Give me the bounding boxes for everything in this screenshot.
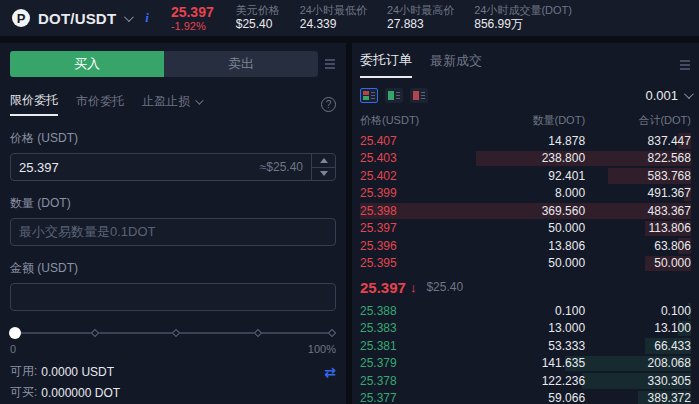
- amount-input[interactable]: [10, 283, 336, 311]
- price-input[interactable]: 25.397 ≈$25.40: [10, 153, 336, 181]
- price-change-percent: -1.92%: [171, 20, 214, 33]
- buy-tab[interactable]: 买入: [10, 51, 164, 77]
- cell-amt: 14.878: [459, 134, 585, 148]
- slider-tick-50[interactable]: [172, 329, 180, 337]
- tab-limit-order[interactable]: 限价委托: [10, 92, 58, 116]
- info-icon[interactable]: i: [145, 10, 149, 26]
- cell-price: 25.397: [360, 221, 459, 235]
- available-balance-row: 可用: 0.0000 USDT ⇄: [10, 363, 336, 380]
- slider-tick-100[interactable]: [328, 329, 336, 337]
- cell-amt: 13.806: [459, 239, 585, 253]
- cell-amt: 59.066: [459, 391, 585, 404]
- cell-amt: 92.401: [459, 169, 585, 183]
- cell-tot: 583.768: [585, 169, 691, 183]
- tab-stop-order[interactable]: 止盈止损: [142, 93, 201, 115]
- ask-row[interactable]: 25.40292.401583.768: [360, 167, 691, 185]
- transfer-swap-icon[interactable]: ⇄: [324, 364, 336, 380]
- ticker-stats: 美元价格 $25.40 24小时最低价 24.339 24小时最高价 27.88…: [236, 3, 572, 33]
- asks-list: 25.40714.878837.44725.403238.800822.5682…: [360, 132, 691, 272]
- quantity-placeholder: 最小交易数量是0.1DOT: [11, 219, 335, 245]
- stat-value: 856.99万: [474, 17, 572, 33]
- stepper-down-button[interactable]: [312, 168, 335, 181]
- amount-field-label: 金额 (USDT): [10, 260, 336, 277]
- current-price-row: 25.397 ↓ $25.40: [360, 272, 691, 302]
- tab-order-book[interactable]: 委托订单: [360, 51, 412, 78]
- slider-max-label: 100%: [308, 343, 336, 355]
- view-mode-bids-icon[interactable]: [385, 88, 403, 103]
- current-price: 25.397: [360, 279, 406, 296]
- cell-tot: 66.433: [585, 339, 691, 353]
- bid-row[interactable]: 25.378122.236330.305: [360, 372, 691, 390]
- column-amount: 数量(DOT): [459, 113, 585, 128]
- amount-input-value[interactable]: [11, 284, 335, 310]
- bid-row[interactable]: 25.3880.1000.100: [360, 302, 691, 320]
- current-price-usd: $25.40: [426, 280, 463, 294]
- slider-handle[interactable]: [9, 327, 21, 339]
- cell-price: 25.396: [360, 239, 459, 253]
- order-book-controls: 0.001: [360, 88, 691, 103]
- trading-pair-title[interactable]: DOT/USDT: [38, 10, 116, 27]
- help-icon[interactable]: ?: [321, 97, 336, 112]
- panel-drag-handle-icon[interactable]: [679, 60, 691, 70]
- cell-tot: 389.372: [585, 391, 691, 404]
- cell-amt: 53.333: [459, 339, 585, 353]
- ask-row[interactable]: 25.39550.00050.000: [360, 255, 691, 273]
- last-price: 25.397: [171, 4, 214, 20]
- price-usd-approx: ≈$25.40: [260, 154, 311, 180]
- chevron-down-icon[interactable]: [124, 12, 134, 22]
- stat-24h-volume: 24小时成交量(DOT) 856.99万: [474, 3, 572, 33]
- cell-price: 25.395: [360, 256, 459, 270]
- view-mode-both-icon[interactable]: [360, 88, 378, 103]
- cell-tot: 822.568: [585, 151, 691, 165]
- bid-row[interactable]: 25.38313.00013.100: [360, 320, 691, 338]
- stat-value: $25.40: [236, 17, 280, 33]
- price-field-label: 价格 (USDT): [10, 130, 336, 147]
- ask-row[interactable]: 25.39750.000113.806: [360, 220, 691, 238]
- buyable-label: 可买:: [10, 384, 37, 401]
- ask-row[interactable]: 25.403238.800822.568: [360, 150, 691, 168]
- column-total: 合计(DOT): [585, 113, 691, 128]
- chevron-down-icon: [195, 96, 203, 104]
- ask-row[interactable]: 25.40714.878837.447: [360, 132, 691, 150]
- buyable-balance-row: 可买: 0.000000 DOT: [10, 384, 336, 401]
- slider-tick-25[interactable]: [90, 329, 98, 337]
- slider-tick-75[interactable]: [253, 329, 261, 337]
- stat-label: 24小时成交量(DOT): [474, 3, 572, 17]
- price-input-value[interactable]: 25.397: [11, 154, 260, 180]
- order-book-panel: 委托订单 最新成交 0.001 价格(USDT) 数: [352, 43, 699, 404]
- ask-row[interactable]: 25.398369.560483.367: [360, 202, 691, 220]
- tab-market-order[interactable]: 市价委托: [76, 93, 124, 115]
- polkadot-logo-icon: P: [12, 9, 30, 27]
- cell-price: 25.381: [360, 339, 459, 353]
- bid-row[interactable]: 25.38153.33366.433: [360, 337, 691, 355]
- precision-value: 0.001: [645, 88, 678, 103]
- cell-price: 25.402: [360, 169, 459, 183]
- precision-selector[interactable]: 0.001: [645, 88, 691, 103]
- cell-tot: 483.367: [585, 204, 691, 218]
- triangle-up-icon: [320, 158, 328, 163]
- price-stepper: [311, 154, 335, 180]
- view-mode-asks-icon[interactable]: [410, 88, 428, 103]
- sell-tab[interactable]: 卖出: [164, 51, 318, 77]
- panel-drag-handle-icon[interactable]: [324, 59, 336, 69]
- ask-row[interactable]: 25.39613.80663.806: [360, 237, 691, 255]
- amount-percent-slider[interactable]: [10, 327, 336, 339]
- cell-price: 25.379: [360, 356, 459, 370]
- bid-row[interactable]: 25.37759.066389.372: [360, 390, 691, 404]
- cell-tot: 113.806: [585, 221, 691, 235]
- cell-tot: 63.806: [585, 239, 691, 253]
- quantity-input[interactable]: 最小交易数量是0.1DOT: [10, 218, 336, 246]
- order-type-tabs: 限价委托 市价委托 止盈止损 ?: [10, 92, 336, 116]
- triangle-down-icon: [320, 171, 328, 176]
- slider-labels: 0 100%: [10, 343, 336, 355]
- cell-tot: 491.367: [585, 186, 691, 200]
- cell-amt: 369.560: [459, 204, 585, 218]
- tab-latest-trades[interactable]: 最新成交: [430, 52, 482, 77]
- cell-amt: 50.000: [459, 256, 585, 270]
- cell-price: 25.378: [360, 374, 459, 388]
- ask-row[interactable]: 25.3998.000491.367: [360, 185, 691, 203]
- stepper-up-button[interactable]: [312, 154, 335, 168]
- cell-tot: 13.100: [585, 321, 691, 335]
- cell-amt: 8.000: [459, 186, 585, 200]
- bid-row[interactable]: 25.379141.635208.068: [360, 355, 691, 373]
